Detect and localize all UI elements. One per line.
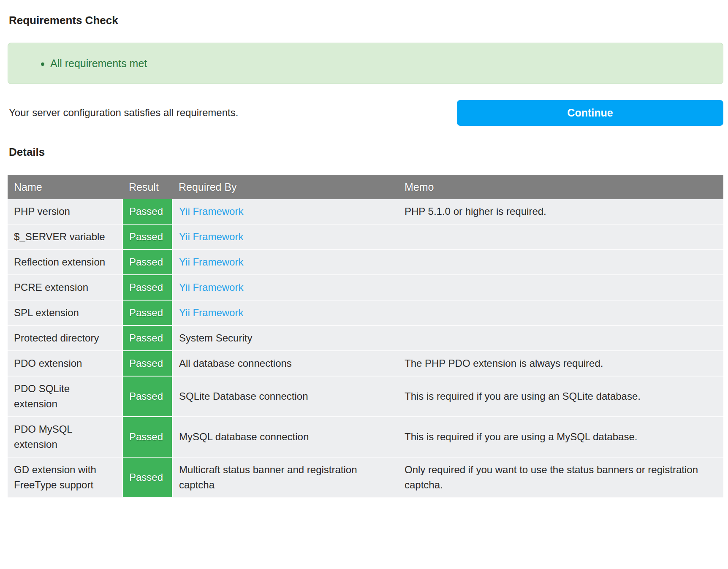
requirement-row: PDO SQLite extensionPassedSQLite Databas… bbox=[8, 376, 723, 417]
result-badge: Passed bbox=[122, 417, 172, 457]
continue-button[interactable]: Continue bbox=[457, 100, 723, 126]
requirement-name: PCRE extension bbox=[8, 275, 122, 300]
result-badge: Passed bbox=[122, 275, 172, 300]
column-header-result: Result bbox=[122, 175, 172, 199]
requirement-row: PDO MySQL extensionPassedMySQL database … bbox=[8, 417, 723, 457]
summary-text: Your server configuration satisfies all … bbox=[9, 105, 238, 120]
result-badge: Passed bbox=[122, 224, 172, 249]
required-by-cell: Multicraft status banner and registratio… bbox=[172, 457, 398, 498]
result-badge: Passed bbox=[122, 300, 172, 325]
required-by-link[interactable]: Yii Framework bbox=[179, 231, 243, 242]
memo-text: PHP 5.1.0 or higher is required. bbox=[398, 199, 723, 224]
requirement-row: GD extension with FreeType supportPassed… bbox=[8, 457, 723, 498]
success-alert-list: All requirements met bbox=[16, 56, 714, 71]
result-badge: Passed bbox=[122, 376, 172, 417]
success-alert-item: All requirements met bbox=[50, 56, 714, 71]
page-title: Requirements Check bbox=[9, 14, 723, 27]
required-by-cell: System Security bbox=[172, 325, 398, 351]
memo-text: This is required if you are using an SQL… bbox=[398, 376, 723, 417]
required-by-link[interactable]: Yii Framework bbox=[179, 282, 243, 293]
required-by-cell: SQLite Database connection bbox=[172, 376, 398, 417]
memo-text bbox=[398, 275, 723, 300]
requirement-name: GD extension with FreeType support bbox=[8, 457, 122, 498]
result-badge: Passed bbox=[122, 457, 172, 498]
requirement-row: $_SERVER variablePassedYii Framework bbox=[8, 224, 723, 249]
requirement-row: PDO extensionPassedAll database connecti… bbox=[8, 351, 723, 376]
requirement-name: PDO extension bbox=[8, 351, 122, 376]
memo-text bbox=[398, 325, 723, 351]
details-title: Details bbox=[9, 146, 723, 158]
memo-text: The PHP PDO extension is always required… bbox=[398, 351, 723, 376]
column-header-required-by: Required By bbox=[172, 175, 398, 199]
requirement-name: PHP version bbox=[8, 199, 122, 224]
requirement-row: SPL extensionPassedYii Framework bbox=[8, 300, 723, 325]
result-badge: Passed bbox=[122, 199, 172, 224]
success-alert: All requirements met bbox=[8, 43, 723, 84]
requirement-name: PDO MySQL extension bbox=[8, 417, 122, 457]
required-by-cell: Yii Framework bbox=[172, 275, 398, 300]
requirement-name: Protected directory bbox=[8, 325, 122, 351]
memo-text bbox=[398, 249, 723, 275]
required-by-cell: Yii Framework bbox=[172, 249, 398, 275]
required-by-link[interactable]: Yii Framework bbox=[179, 206, 243, 217]
summary-row: Your server configuration satisfies all … bbox=[8, 100, 723, 126]
requirement-row: PCRE extensionPassedYii Framework bbox=[8, 275, 723, 300]
required-by-link[interactable]: Yii Framework bbox=[179, 256, 243, 268]
requirement-name: PDO SQLite extension bbox=[8, 376, 122, 417]
requirement-row: PHP versionPassedYii FrameworkPHP 5.1.0 … bbox=[8, 199, 723, 224]
column-header-name: Name bbox=[8, 175, 122, 199]
required-by-cell: Yii Framework bbox=[172, 199, 398, 224]
result-badge: Passed bbox=[122, 249, 172, 275]
required-by-link[interactable]: Yii Framework bbox=[179, 307, 243, 318]
requirements-table-body: PHP versionPassedYii FrameworkPHP 5.1.0 … bbox=[8, 199, 723, 498]
result-badge: Passed bbox=[122, 351, 172, 376]
memo-text bbox=[398, 300, 723, 325]
memo-text: This is required if you are using a MySQ… bbox=[398, 417, 723, 457]
requirement-row: Reflection extensionPassedYii Framework bbox=[8, 249, 723, 275]
result-badge: Passed bbox=[122, 325, 172, 351]
memo-text bbox=[398, 224, 723, 249]
requirements-table-header: Name Result Required By Memo bbox=[8, 175, 723, 199]
requirement-name: Reflection extension bbox=[8, 249, 122, 275]
memo-text: Only required if you want to use the sta… bbox=[398, 457, 723, 498]
requirement-row: Protected directoryPassedSystem Security bbox=[8, 325, 723, 351]
required-by-cell: MySQL database connection bbox=[172, 417, 398, 457]
requirement-name: $_SERVER variable bbox=[8, 224, 122, 249]
requirement-name: SPL extension bbox=[8, 300, 122, 325]
header-row: Name Result Required By Memo bbox=[8, 175, 723, 199]
requirements-table: Name Result Required By Memo PHP version… bbox=[8, 175, 723, 498]
required-by-cell: Yii Framework bbox=[172, 224, 398, 249]
required-by-cell: All database connections bbox=[172, 351, 398, 376]
column-header-memo: Memo bbox=[398, 175, 723, 199]
required-by-cell: Yii Framework bbox=[172, 300, 398, 325]
requirements-check-page: Requirements Check All requirements met … bbox=[0, 0, 728, 523]
